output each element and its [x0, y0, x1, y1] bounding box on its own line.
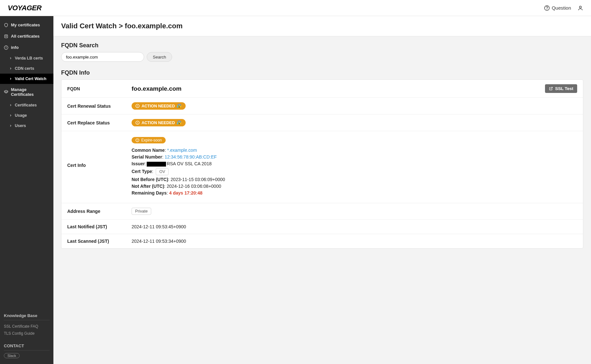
cert-cn-line: Common Name: *.example.com: [132, 148, 577, 153]
remaining-label: Remaining Days: [132, 190, 167, 196]
scanned-value: 2024-12-11 09:53:34+0900: [132, 239, 577, 244]
list-icon: [4, 34, 8, 39]
contact-slack[interactable]: Slack: [4, 353, 20, 358]
sidebar-item-all-certs[interactable]: All certificates: [0, 31, 53, 42]
row-replace: Cert Replace Status ACTION NEEDED 😰: [61, 114, 583, 131]
kb-heading: Knowledge Base: [4, 313, 50, 320]
cert-info-body: Expire-soon Common Name: *.example.com S…: [132, 137, 577, 197]
cert-issuer-line: Issuer:RSA OV SSL CA 2018: [132, 161, 577, 167]
cert-type-label: Cert Type: [132, 169, 152, 174]
fqdn-value: foo.example.com: [132, 85, 545, 92]
face-emoji-icon: 😰: [177, 104, 182, 108]
search-heading: FQDN Search: [61, 42, 583, 49]
face-emoji-icon: 😰: [177, 120, 182, 125]
replace-status-badge: ACTION NEEDED 😰: [132, 119, 186, 126]
contact-heading: CONTACT: [4, 340, 50, 350]
cert-not-after-line: Not After (UTC): 2024-12-16 03:06:08+000…: [132, 184, 577, 189]
cert-remaining-line: Remaining Days: 4 days 17:20:48: [132, 190, 577, 196]
question-label: Question: [552, 5, 571, 11]
notified-value: 2024-12-11 09:53:45+0900: [132, 224, 577, 229]
row-cert-info: Cert Info Expire-soon Common Name: *.exa…: [61, 131, 583, 203]
page-title: Valid Cert Watch > foo.example.com: [61, 22, 583, 30]
user-menu[interactable]: [577, 5, 583, 11]
cert-type-badge: OV: [156, 168, 169, 175]
renewal-status-badge: ACTION NEEDED 😰: [132, 102, 186, 110]
sidebar-item-manage[interactable]: Manage Certificates: [0, 84, 53, 100]
alert-icon: [135, 138, 139, 142]
usage-label: Usage: [15, 113, 27, 118]
sidebar-item-certificates[interactable]: Certificates: [0, 100, 53, 110]
expire-soon-badge: Expire-soon: [132, 137, 166, 143]
fqdn-info-card: FQDN foo.example.com SSL Test Cert Renew…: [61, 79, 583, 249]
topbar: VOYAGER Question: [0, 0, 591, 16]
notified-label: Last Notified (JST): [67, 224, 132, 229]
fqdn-label: FQDN: [67, 86, 132, 91]
row-address: Address Range Private: [61, 203, 583, 220]
fqdn-search-input[interactable]: [61, 52, 144, 62]
row-fqdn: FQDN foo.example.com SSL Test: [61, 80, 583, 98]
sidebar-item-valid-watch[interactable]: Valid Cert Watch: [0, 74, 53, 84]
info-label: info: [11, 45, 19, 50]
external-link-icon: [549, 86, 553, 91]
svg-point-1: [547, 9, 547, 9]
sidebar: My certificates All certificates info Ve…: [0, 16, 53, 364]
chevron-right-icon: [9, 124, 12, 127]
info-icon: [4, 45, 8, 50]
my-certs-label: My certificates: [11, 23, 40, 27]
cert-serial-line: Serial Number: 12:34:56:78:90:AB:CD:EF: [132, 154, 577, 159]
svg-point-18: [137, 141, 138, 141]
layers-icon: [4, 90, 8, 94]
chevron-right-icon: [9, 114, 12, 117]
page-title-bar: Valid Cert Watch > foo.example.com: [53, 16, 591, 36]
issuer-label: Issuer: [132, 161, 145, 166]
address-badge: Private: [132, 208, 151, 215]
help-icon: [544, 5, 550, 11]
search-button[interactable]: Search: [147, 52, 172, 62]
not-before-label: Not Before (UTC): [132, 177, 168, 182]
info-heading: FQDN Info: [61, 69, 583, 76]
row-notified: Last Notified (JST) 2024-12-11 09:53:45+…: [61, 220, 583, 234]
ssl-test-label: SSL Test: [555, 86, 573, 91]
alert-icon: [135, 121, 140, 125]
scanned-label: Last Scanned (JST): [67, 239, 132, 244]
all-certs-label: All certificates: [11, 34, 40, 39]
renewal-label: Cert Renewal Status: [67, 104, 132, 109]
valid-watch-label: Valid Cert Watch: [15, 77, 46, 81]
chevron-right-icon: [9, 104, 12, 107]
cert-type-line: Cert Type: OV: [132, 168, 577, 175]
cn-value-link[interactable]: *.example.com: [167, 148, 197, 153]
sidebar-item-cdn[interactable]: CDN certs: [0, 63, 53, 74]
expire-soon-text: Expire-soon: [141, 138, 162, 142]
not-before-value: 2023-11-15 03:06:09+0000: [171, 177, 225, 182]
ssl-test-button[interactable]: SSL Test: [545, 84, 577, 93]
serial-label: Serial Number: [132, 154, 162, 159]
question-link[interactable]: Question: [544, 5, 571, 11]
shield-icon: [4, 23, 8, 27]
replace-label: Cert Replace Status: [67, 120, 132, 125]
chevron-right-icon: [9, 67, 12, 70]
sidebar-item-info[interactable]: info: [0, 42, 53, 53]
serial-value-link[interactable]: 12:34:56:78:90:AB:CD:EF: [165, 154, 217, 159]
row-renewal: Cert Renewal Status ACTION NEEDED 😰: [61, 98, 583, 114]
svg-marker-9: [4, 90, 8, 92]
sidebar-item-my-certs[interactable]: My certificates: [0, 19, 53, 31]
brand-logo: VOYAGER: [8, 4, 42, 12]
sidebar-item-verda[interactable]: Verda LB certs: [0, 53, 53, 63]
address-label: Address Range: [67, 209, 132, 214]
sidebar-item-users[interactable]: Users: [0, 121, 53, 131]
svg-point-15: [137, 123, 138, 124]
search-row: Search: [61, 52, 583, 62]
sidebar-item-usage[interactable]: Usage: [0, 110, 53, 121]
kb-link-tls[interactable]: TLS Config Guide: [4, 330, 50, 337]
remaining-value: 4 days 17:20:48: [169, 190, 203, 196]
svg-point-8: [6, 46, 6, 47]
cdn-label: CDN certs: [15, 66, 34, 71]
action-needed-text: ACTION NEEDED: [142, 121, 175, 125]
not-after-label: Not After (UTC): [132, 184, 164, 189]
cert-info-label: Cert Info: [67, 137, 132, 168]
chevron-right-icon: [9, 57, 12, 60]
svg-point-12: [137, 107, 138, 107]
kb-link-faq[interactable]: SSL Certificate FAQ: [4, 323, 50, 330]
action-needed-text: ACTION NEEDED: [142, 104, 175, 108]
users-label: Users: [15, 123, 26, 128]
